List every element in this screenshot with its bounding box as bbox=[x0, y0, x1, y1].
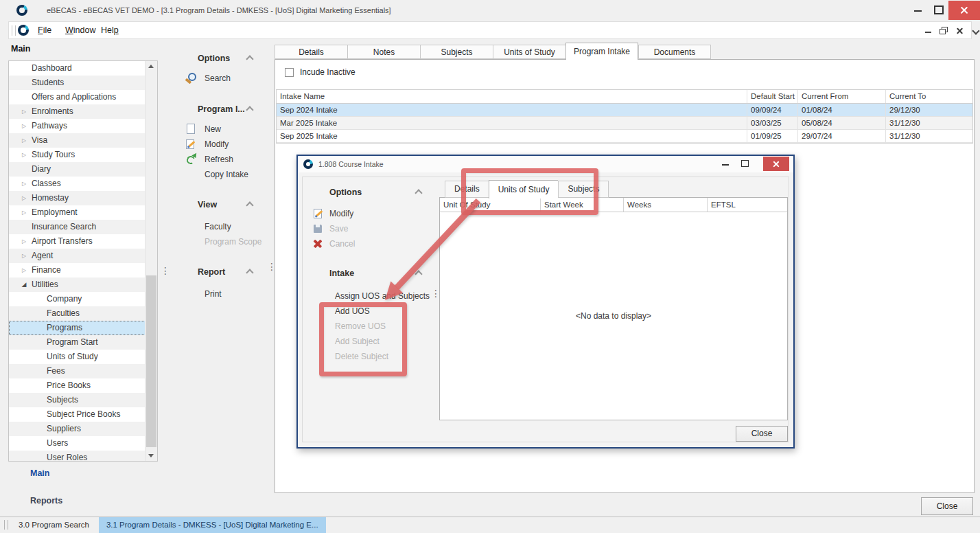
sidebar-item[interactable]: Insurance Search bbox=[9, 220, 145, 234]
tab[interactable]: Units of Study bbox=[493, 45, 565, 59]
document-tab[interactable]: 3.0 Program Search bbox=[11, 517, 97, 533]
chevron-down-icon[interactable] bbox=[971, 26, 980, 36]
action-faculty[interactable]: Faculty bbox=[185, 221, 231, 232]
column-header[interactable]: Current From bbox=[798, 90, 886, 103]
tree-toggle-icon[interactable] bbox=[19, 133, 29, 148]
column-header[interactable]: Current To bbox=[886, 90, 972, 103]
sidebar-item[interactable]: Suppliers bbox=[9, 422, 145, 436]
toolbar-drag-grip[interactable] bbox=[12, 25, 16, 36]
column-header[interactable]: EFTSL bbox=[708, 198, 787, 212]
tree-toggle-icon[interactable] bbox=[19, 104, 29, 119]
dialog-maximize-button[interactable] bbox=[737, 156, 752, 171]
tree-toggle-icon[interactable] bbox=[19, 263, 29, 277]
sidebar-item[interactable]: Subjects bbox=[9, 393, 145, 407]
sidebar-item[interactable]: Enrolments bbox=[9, 104, 145, 119]
sidebar-footer-main[interactable]: Main bbox=[30, 468, 49, 478]
include-inactive-checkbox[interactable] bbox=[285, 68, 294, 77]
sidebar-item[interactable]: Students bbox=[9, 76, 145, 90]
sidebar-item[interactable]: User Roles bbox=[9, 451, 145, 462]
tab[interactable]: Notes bbox=[347, 45, 420, 59]
sidebar-item[interactable]: Company bbox=[9, 292, 145, 306]
splitter-grip[interactable]: ⋮ bbox=[161, 268, 165, 274]
tab[interactable]: Program Intake bbox=[565, 43, 638, 60]
sidebar-item[interactable]: Subject Price Books bbox=[9, 407, 145, 422]
sidebar-item[interactable]: Faculties bbox=[9, 306, 145, 321]
intake-table-row[interactable]: Mar 2025 Intake 03/03/25 05/08/24 31/12/… bbox=[277, 117, 972, 130]
sidebar-footer-reports[interactable]: Reports bbox=[30, 496, 62, 506]
sidebar-item[interactable]: Finance bbox=[9, 263, 145, 277]
sidebar-item[interactable]: Employment bbox=[9, 205, 145, 220]
menu-window[interactable]: Window bbox=[61, 22, 100, 38]
action-copy-intake[interactable]: Copy Intake bbox=[185, 169, 248, 180]
menu-file[interactable]: File bbox=[34, 22, 56, 38]
splitter-grip[interactable]: ⋮ bbox=[267, 264, 271, 270]
document-tab[interactable]: 3.1 Program Details - DMKESS - [UoS] Dig… bbox=[99, 517, 326, 533]
tree-toggle-icon[interactable] bbox=[19, 119, 29, 133]
sidebar-item[interactable]: Program Start bbox=[9, 335, 145, 350]
scrollbar-thumb[interactable] bbox=[146, 275, 156, 447]
menu-help[interactable]: Help bbox=[97, 22, 123, 38]
dialog-close-button-bottom[interactable]: Close bbox=[736, 426, 788, 442]
intake-table-row[interactable]: Sep 2025 Intake 01/09/25 29/07/24 31/12/… bbox=[277, 130, 972, 143]
tree-toggle-icon[interactable] bbox=[19, 148, 29, 162]
sidebar-item[interactable]: Pathways bbox=[9, 119, 145, 133]
sidebar-item[interactable]: Homestay bbox=[9, 191, 145, 205]
action-new[interactable]: New bbox=[185, 124, 221, 135]
dialog-action-assign-uos-subjects[interactable]: Assign UOS and Subjects bbox=[335, 291, 430, 302]
collapse-chevron-icon[interactable] bbox=[246, 201, 253, 209]
sidebar-item[interactable]: Agent bbox=[9, 249, 145, 263]
tab[interactable]: Details bbox=[275, 45, 347, 59]
sidebar-scrollbar[interactable] bbox=[145, 61, 157, 461]
statusbar-drag-grip[interactable] bbox=[4, 520, 8, 530]
column-header[interactable]: Weeks bbox=[624, 198, 708, 212]
dialog-action-modify[interactable]: Modify bbox=[313, 208, 353, 219]
collapse-chevron-icon[interactable] bbox=[246, 55, 253, 63]
collapse-chevron-icon[interactable] bbox=[246, 106, 253, 113]
collapse-chevron-icon[interactable] bbox=[415, 189, 422, 196]
action-search[interactable]: Search bbox=[185, 73, 231, 84]
dialog-close-button[interactable] bbox=[763, 157, 789, 171]
scroll-down-icon[interactable] bbox=[145, 450, 157, 461]
sidebar-item[interactable]: Users bbox=[9, 436, 145, 451]
close-button[interactable] bbox=[948, 1, 980, 20]
scroll-up-icon[interactable] bbox=[145, 61, 157, 72]
group-header-report[interactable]: Report bbox=[198, 267, 225, 277]
action-print[interactable]: Print bbox=[185, 288, 222, 299]
tree-toggle-icon[interactable] bbox=[19, 191, 29, 205]
group-header-view[interactable]: View bbox=[198, 200, 217, 209]
sidebar-item[interactable]: Price Books bbox=[9, 378, 145, 393]
splitter-grip[interactable]: ⋮ bbox=[431, 291, 435, 297]
tree-toggle-icon[interactable] bbox=[19, 249, 29, 263]
collapse-chevron-icon[interactable] bbox=[415, 270, 422, 277]
sidebar-item[interactable]: Study Tours bbox=[9, 148, 145, 162]
sidebar-item[interactable]: Classes bbox=[9, 177, 145, 191]
group-header-options[interactable]: Options bbox=[198, 54, 230, 63]
mdi-close-icon[interactable] bbox=[955, 26, 965, 36]
sidebar-item[interactable]: Utilities bbox=[9, 277, 145, 292]
sidebar-item[interactable]: Fees bbox=[9, 364, 145, 378]
action-modify[interactable]: Modify bbox=[185, 139, 229, 150]
tree-toggle-icon[interactable] bbox=[19, 205, 29, 220]
dialog-group-header-intake[interactable]: Intake bbox=[329, 269, 354, 278]
dialog-minimize-button[interactable] bbox=[718, 156, 733, 171]
mdi-restore-icon[interactable] bbox=[939, 26, 948, 36]
maximize-button[interactable] bbox=[928, 0, 948, 21]
sidebar-item[interactable]: Dashboard bbox=[9, 61, 145, 76]
sidebar-item[interactable]: Airport Transfers bbox=[9, 234, 145, 249]
tree-toggle-icon[interactable] bbox=[19, 277, 29, 292]
action-refresh[interactable]: Refresh bbox=[185, 154, 233, 165]
minimize-button[interactable] bbox=[907, 0, 928, 21]
tab[interactable]: Documents bbox=[638, 45, 711, 59]
tree-toggle-icon[interactable] bbox=[19, 234, 29, 249]
mdi-minimize-icon[interactable] bbox=[924, 26, 933, 36]
close-button[interactable]: Close bbox=[921, 497, 973, 515]
group-header-program-intake[interactable]: Program I... bbox=[198, 104, 245, 114]
tab[interactable]: Subjects bbox=[420, 45, 493, 59]
sidebar-item[interactable]: Programs bbox=[9, 321, 145, 335]
sidebar-item[interactable]: Diary bbox=[9, 162, 145, 177]
intake-table-row[interactable]: Sep 2024 Intake 09/09/24 01/08/24 29/12/… bbox=[277, 104, 972, 117]
tree-toggle-icon[interactable] bbox=[19, 177, 29, 191]
sidebar-item[interactable]: Offers and Applications bbox=[9, 90, 145, 104]
sidebar-item[interactable]: Units of Study bbox=[9, 350, 145, 364]
column-header[interactable]: Default Start bbox=[747, 90, 798, 103]
